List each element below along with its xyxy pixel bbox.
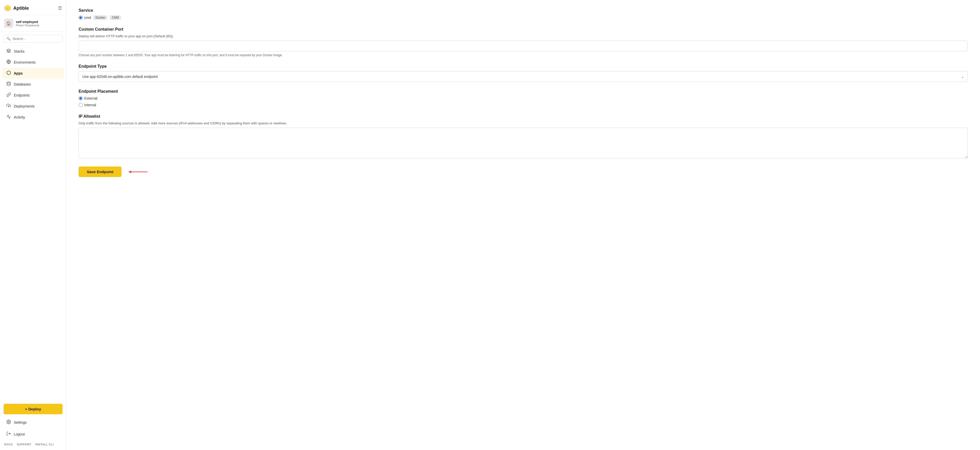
sidebar-item-label: Activity bbox=[14, 115, 25, 119]
nav-section: Stacks Environments Apps Databases Endpo… bbox=[0, 46, 66, 401]
logo-text: Aptible bbox=[13, 6, 29, 11]
placement-internal-radio[interactable] bbox=[79, 103, 83, 107]
sidebar-footer: Settings Logout DOCS SUPPORT INSTALL CLI bbox=[0, 417, 66, 446]
service-section: Service cmd Docker CMD bbox=[79, 8, 968, 20]
sidebar-item-label: Logout bbox=[14, 432, 25, 436]
placement-external-radio[interactable] bbox=[79, 96, 83, 101]
sidebar: Aptible ☰ 🏠 self employed Prince Onyeanu… bbox=[0, 0, 66, 450]
custom-port-hint: Choose any port number between 1 and 655… bbox=[79, 53, 968, 57]
logout-icon bbox=[6, 431, 11, 437]
deploy-button[interactable]: + Deploy bbox=[3, 404, 62, 414]
sidebar-item-label: Deployments bbox=[14, 104, 35, 108]
endpoint-placement-radio-group: External Internal bbox=[79, 96, 968, 107]
account-name: self employed bbox=[16, 20, 39, 24]
sidebar-item-label: Endpoints bbox=[14, 93, 30, 97]
link-icon bbox=[6, 93, 11, 98]
settings-icon bbox=[6, 420, 11, 425]
placement-internal-label[interactable]: Internal bbox=[79, 103, 968, 107]
sidebar-item-databases[interactable]: Databases bbox=[2, 79, 64, 89]
placement-external-text: External bbox=[84, 96, 97, 101]
docker-tag: Docker bbox=[94, 15, 107, 20]
arrow-indicator bbox=[127, 169, 148, 175]
footer-link-install-cli[interactable]: INSTALL CLI bbox=[35, 443, 54, 446]
service-title: Service bbox=[79, 8, 968, 13]
service-radio-label[interactable]: cmd bbox=[79, 16, 91, 20]
custom-port-section: Custom Container Port Deploy will delive… bbox=[79, 27, 968, 57]
svg-marker-11 bbox=[129, 171, 131, 173]
service-row: cmd Docker CMD bbox=[79, 15, 968, 20]
aptible-logo-icon bbox=[4, 5, 11, 12]
ip-allowlist-title: IP Allowlist bbox=[79, 114, 968, 119]
ip-allowlist-desc: Only traffic from the following sources … bbox=[79, 121, 968, 125]
layers-icon bbox=[6, 48, 11, 54]
logo: Aptible bbox=[4, 5, 29, 12]
placement-internal-text: Internal bbox=[84, 103, 96, 107]
activity-icon bbox=[6, 115, 11, 120]
sidebar-item-label: Apps bbox=[14, 71, 23, 75]
sidebar-item-activity[interactable]: Activity bbox=[2, 112, 64, 123]
main-content: Service cmd Docker CMD Custom Container … bbox=[66, 0, 980, 450]
endpoint-type-title: Endpoint Type bbox=[79, 64, 968, 69]
sidebar-item-environments[interactable]: Environments bbox=[2, 57, 64, 68]
endpoint-type-select[interactable]: Use app-62546.on-aptible.com default end… bbox=[79, 71, 968, 82]
footer-links: DOCS SUPPORT INSTALL CLI bbox=[0, 440, 66, 446]
avatar: 🏠 bbox=[4, 19, 13, 28]
menu-icon[interactable]: ☰ bbox=[58, 5, 62, 11]
custom-port-title: Custom Container Port bbox=[79, 27, 968, 32]
svg-marker-3 bbox=[7, 49, 11, 51]
footer-link-docs[interactable]: DOCS bbox=[4, 443, 13, 446]
sidebar-item-stacks[interactable]: Stacks bbox=[2, 46, 64, 57]
search-box[interactable]: 🔍 bbox=[3, 35, 62, 43]
sidebar-header: Aptible ☰ bbox=[0, 0, 66, 15]
service-radio-text: cmd bbox=[84, 16, 91, 20]
sidebar-item-label: Environments bbox=[14, 60, 36, 64]
search-input[interactable] bbox=[13, 37, 60, 41]
save-endpoint-button[interactable]: Save Endpoint bbox=[79, 166, 121, 177]
ip-allowlist-textarea[interactable] bbox=[79, 128, 968, 158]
cube-icon bbox=[6, 70, 11, 76]
sidebar-item-endpoints[interactable]: Endpoints bbox=[2, 90, 64, 101]
ip-allowlist-section: IP Allowlist Only traffic from the follo… bbox=[79, 114, 968, 160]
custom-port-desc: Deploy will deliver HTTP traffic to your… bbox=[79, 34, 968, 38]
database-icon bbox=[6, 81, 11, 87]
endpoint-type-select-wrapper: Use app-62546.on-aptible.com default end… bbox=[79, 71, 968, 82]
endpoint-placement-title: Endpoint Placement bbox=[79, 89, 968, 94]
sidebar-item-label: Stacks bbox=[14, 49, 24, 53]
endpoint-type-section: Endpoint Type Use app-62546.on-aptible.c… bbox=[79, 64, 968, 82]
sidebar-item-label: Databases bbox=[14, 82, 31, 86]
account-sub: Prince Onyeanuna bbox=[16, 24, 39, 27]
sidebar-item-logout[interactable]: Logout bbox=[2, 429, 64, 439]
placement-external-label[interactable]: External bbox=[79, 96, 968, 101]
account-block[interactable]: 🏠 self employed Prince Onyeanuna bbox=[0, 15, 66, 32]
search-icon: 🔍 bbox=[6, 37, 11, 41]
sidebar-item-apps[interactable]: Apps bbox=[2, 68, 64, 79]
svg-point-6 bbox=[7, 82, 11, 83]
service-radio-input[interactable] bbox=[79, 16, 83, 20]
footer-link-support[interactable]: SUPPORT bbox=[17, 443, 32, 446]
sidebar-item-deployments[interactable]: Deployments bbox=[2, 101, 64, 112]
svg-point-8 bbox=[8, 421, 10, 423]
sidebar-item-label: Settings bbox=[14, 420, 27, 424]
endpoint-placement-section: Endpoint Placement External Internal bbox=[79, 89, 968, 107]
save-row: Save Endpoint bbox=[79, 166, 968, 177]
sidebar-item-settings[interactable]: Settings bbox=[2, 417, 64, 428]
globe-icon bbox=[6, 59, 11, 65]
cmd-tag: CMD bbox=[110, 15, 121, 20]
custom-port-input[interactable] bbox=[79, 41, 968, 51]
arrow-icon bbox=[127, 169, 148, 175]
upload-icon bbox=[6, 104, 11, 109]
